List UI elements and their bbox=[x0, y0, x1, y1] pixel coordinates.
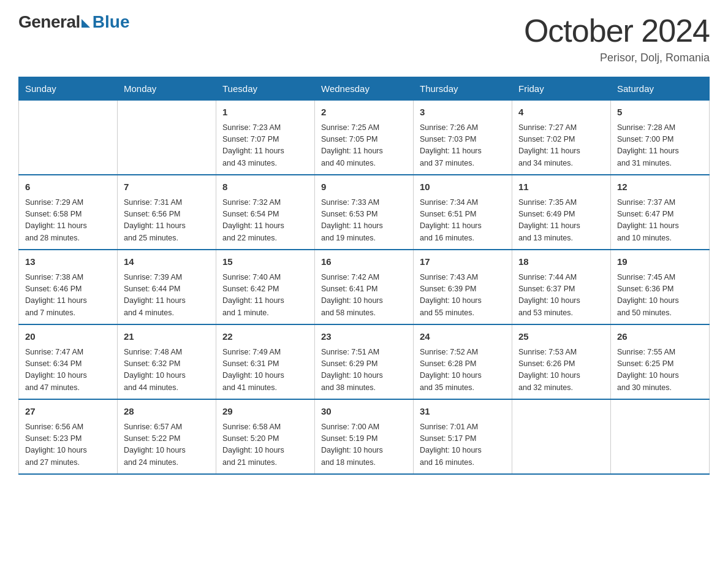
week-row-2: 6Sunrise: 7:29 AMSunset: 6:58 PMDaylight… bbox=[19, 175, 710, 250]
header-cell-wednesday: Wednesday bbox=[315, 77, 414, 101]
day-info: Sunrise: 7:49 AMSunset: 6:31 PMDaylight:… bbox=[222, 347, 308, 394]
header-cell-monday: Monday bbox=[118, 77, 216, 101]
day-number: 14 bbox=[124, 255, 210, 269]
day-number: 17 bbox=[420, 255, 506, 269]
day-info: Sunrise: 7:34 AMSunset: 6:51 PMDaylight:… bbox=[420, 197, 506, 245]
calendar-cell: 5Sunrise: 7:28 AMSunset: 7:00 PMDaylight… bbox=[611, 101, 710, 175]
calendar-cell: 8Sunrise: 7:32 AMSunset: 6:54 PMDaylight… bbox=[216, 175, 315, 250]
calendar-cell: 23Sunrise: 7:51 AMSunset: 6:29 PMDayligh… bbox=[315, 324, 414, 399]
day-number: 5 bbox=[617, 105, 703, 120]
day-info: Sunrise: 7:33 AMSunset: 6:53 PMDaylight:… bbox=[321, 197, 407, 245]
day-number: 30 bbox=[321, 405, 407, 419]
calendar-cell: 20Sunrise: 7:47 AMSunset: 6:34 PMDayligh… bbox=[19, 324, 118, 399]
day-number: 15 bbox=[222, 255, 308, 269]
day-number: 16 bbox=[321, 255, 407, 269]
calendar-cell: 17Sunrise: 7:43 AMSunset: 6:39 PMDayligh… bbox=[414, 250, 512, 324]
logo-general-text: General bbox=[18, 12, 80, 32]
week-row-5: 27Sunrise: 6:56 AMSunset: 5:23 PMDayligh… bbox=[19, 399, 710, 474]
calendar-cell bbox=[512, 399, 611, 474]
day-number: 28 bbox=[124, 405, 210, 419]
day-info: Sunrise: 7:42 AMSunset: 6:41 PMDaylight:… bbox=[321, 272, 407, 320]
day-info: Sunrise: 7:44 AMSunset: 6:37 PMDaylight:… bbox=[518, 272, 604, 320]
calendar-cell: 26Sunrise: 7:55 AMSunset: 6:25 PMDayligh… bbox=[611, 324, 710, 399]
calendar-cell: 14Sunrise: 7:39 AMSunset: 6:44 PMDayligh… bbox=[118, 250, 216, 324]
day-number: 24 bbox=[420, 330, 506, 344]
calendar-cell: 11Sunrise: 7:35 AMSunset: 6:49 PMDayligh… bbox=[512, 175, 611, 250]
day-number: 21 bbox=[124, 330, 210, 344]
day-number: 1 bbox=[222, 105, 308, 120]
day-number: 31 bbox=[420, 405, 506, 419]
day-info: Sunrise: 7:43 AMSunset: 6:39 PMDaylight:… bbox=[420, 272, 506, 320]
day-number: 22 bbox=[222, 330, 308, 344]
header-cell-sunday: Sunday bbox=[19, 77, 118, 101]
day-info: Sunrise: 6:56 AMSunset: 5:23 PMDaylight:… bbox=[25, 421, 111, 469]
day-info: Sunrise: 7:26 AMSunset: 7:03 PMDaylight:… bbox=[420, 122, 506, 170]
day-number: 27 bbox=[25, 405, 111, 419]
day-info: Sunrise: 7:27 AMSunset: 7:02 PMDaylight:… bbox=[518, 122, 604, 170]
day-info: Sunrise: 7:37 AMSunset: 6:47 PMDaylight:… bbox=[617, 197, 703, 245]
calendar-cell: 16Sunrise: 7:42 AMSunset: 6:41 PMDayligh… bbox=[315, 250, 414, 324]
calendar-table: SundayMondayTuesdayWednesdayThursdayFrid… bbox=[18, 77, 710, 475]
calendar-cell: 22Sunrise: 7:49 AMSunset: 6:31 PMDayligh… bbox=[216, 324, 315, 399]
day-info: Sunrise: 7:01 AMSunset: 5:17 PMDaylight:… bbox=[420, 421, 506, 469]
day-number: 8 bbox=[222, 180, 308, 194]
day-number: 3 bbox=[420, 105, 506, 120]
header-row: SundayMondayTuesdayWednesdayThursdayFrid… bbox=[19, 77, 710, 101]
day-info: Sunrise: 6:58 AMSunset: 5:20 PMDaylight:… bbox=[222, 421, 308, 469]
day-info: Sunrise: 7:47 AMSunset: 6:34 PMDaylight:… bbox=[25, 347, 111, 394]
calendar-cell: 10Sunrise: 7:34 AMSunset: 6:51 PMDayligh… bbox=[414, 175, 512, 250]
day-number: 12 bbox=[617, 180, 703, 194]
day-info: Sunrise: 7:28 AMSunset: 7:00 PMDaylight:… bbox=[617, 122, 703, 170]
calendar-cell: 7Sunrise: 7:31 AMSunset: 6:56 PMDaylight… bbox=[118, 175, 216, 250]
day-info: Sunrise: 7:00 AMSunset: 5:19 PMDaylight:… bbox=[321, 421, 407, 469]
calendar-cell: 3Sunrise: 7:26 AMSunset: 7:03 PMDaylight… bbox=[414, 101, 512, 175]
day-number: 6 bbox=[25, 180, 111, 194]
day-number: 10 bbox=[420, 180, 506, 194]
day-number: 7 bbox=[124, 180, 210, 194]
location: Perisor, Dolj, Romania bbox=[524, 52, 710, 64]
calendar-cell: 21Sunrise: 7:48 AMSunset: 6:32 PMDayligh… bbox=[118, 324, 216, 399]
title-section: October 2024 Perisor, Dolj, Romania bbox=[524, 12, 710, 64]
header: General Blue October 2024 Perisor, Dolj,… bbox=[18, 12, 710, 64]
day-number: 26 bbox=[617, 330, 703, 344]
calendar-cell: 6Sunrise: 7:29 AMSunset: 6:58 PMDaylight… bbox=[19, 175, 118, 250]
day-number: 29 bbox=[222, 405, 308, 419]
day-info: Sunrise: 7:48 AMSunset: 6:32 PMDaylight:… bbox=[124, 347, 210, 394]
day-number: 13 bbox=[25, 255, 111, 269]
week-row-1: 1Sunrise: 7:23 AMSunset: 7:07 PMDaylight… bbox=[19, 101, 710, 175]
calendar-cell: 27Sunrise: 6:56 AMSunset: 5:23 PMDayligh… bbox=[19, 399, 118, 474]
day-info: Sunrise: 7:25 AMSunset: 7:05 PMDaylight:… bbox=[321, 122, 407, 170]
day-info: Sunrise: 7:29 AMSunset: 6:58 PMDaylight:… bbox=[25, 197, 111, 245]
month-title: October 2024 bbox=[524, 12, 710, 49]
day-info: Sunrise: 7:32 AMSunset: 6:54 PMDaylight:… bbox=[222, 197, 308, 245]
day-info: Sunrise: 7:38 AMSunset: 6:46 PMDaylight:… bbox=[25, 272, 111, 320]
calendar-cell: 30Sunrise: 7:00 AMSunset: 5:19 PMDayligh… bbox=[315, 399, 414, 474]
day-info: Sunrise: 7:45 AMSunset: 6:36 PMDaylight:… bbox=[617, 272, 703, 320]
day-info: Sunrise: 7:35 AMSunset: 6:49 PMDaylight:… bbox=[518, 197, 604, 245]
logo-blue-text: Blue bbox=[93, 12, 130, 32]
calendar-cell bbox=[118, 101, 216, 175]
day-info: Sunrise: 7:55 AMSunset: 6:25 PMDaylight:… bbox=[617, 347, 703, 394]
header-cell-thursday: Thursday bbox=[414, 77, 512, 101]
calendar-cell: 1Sunrise: 7:23 AMSunset: 7:07 PMDaylight… bbox=[216, 101, 315, 175]
day-number: 11 bbox=[518, 180, 604, 194]
calendar-cell: 19Sunrise: 7:45 AMSunset: 6:36 PMDayligh… bbox=[611, 250, 710, 324]
calendar-cell: 24Sunrise: 7:52 AMSunset: 6:28 PMDayligh… bbox=[414, 324, 512, 399]
calendar-cell: 29Sunrise: 6:58 AMSunset: 5:20 PMDayligh… bbox=[216, 399, 315, 474]
calendar-cell: 15Sunrise: 7:40 AMSunset: 6:42 PMDayligh… bbox=[216, 250, 315, 324]
calendar-cell: 9Sunrise: 7:33 AMSunset: 6:53 PMDaylight… bbox=[315, 175, 414, 250]
calendar-cell: 25Sunrise: 7:53 AMSunset: 6:26 PMDayligh… bbox=[512, 324, 611, 399]
week-row-4: 20Sunrise: 7:47 AMSunset: 6:34 PMDayligh… bbox=[19, 324, 710, 399]
header-cell-saturday: Saturday bbox=[611, 77, 710, 101]
day-info: Sunrise: 7:52 AMSunset: 6:28 PMDaylight:… bbox=[420, 347, 506, 394]
header-cell-friday: Friday bbox=[512, 77, 611, 101]
calendar-cell: 2Sunrise: 7:25 AMSunset: 7:05 PMDaylight… bbox=[315, 101, 414, 175]
day-number: 2 bbox=[321, 105, 407, 120]
calendar-cell: 28Sunrise: 6:57 AMSunset: 5:22 PMDayligh… bbox=[118, 399, 216, 474]
day-info: Sunrise: 7:40 AMSunset: 6:42 PMDaylight:… bbox=[222, 272, 308, 320]
calendar-cell: 12Sunrise: 7:37 AMSunset: 6:47 PMDayligh… bbox=[611, 175, 710, 250]
day-number: 19 bbox=[617, 255, 703, 269]
logo-arrow-icon bbox=[82, 19, 90, 28]
day-info: Sunrise: 7:23 AMSunset: 7:07 PMDaylight:… bbox=[222, 122, 308, 170]
day-info: Sunrise: 7:53 AMSunset: 6:26 PMDaylight:… bbox=[518, 347, 604, 394]
